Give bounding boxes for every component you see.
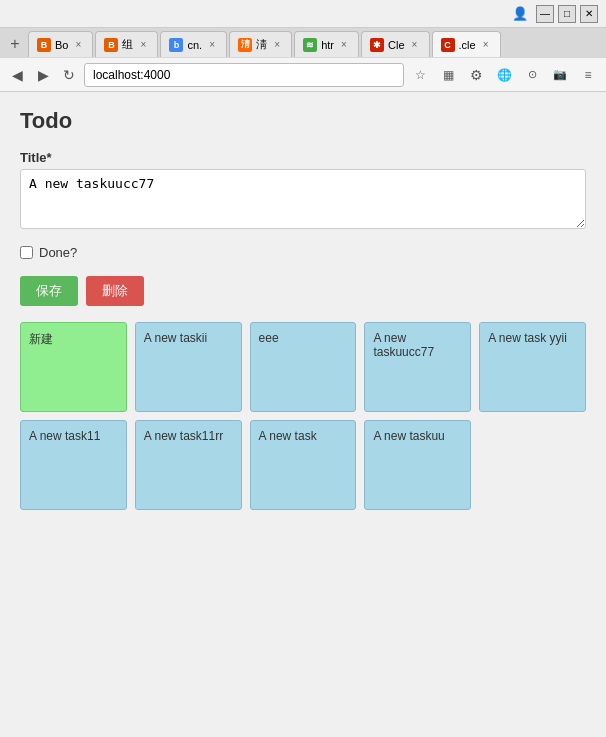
task-card-t4[interactable]: A new task yyii	[479, 322, 586, 412]
tab-bo-label: Bo	[55, 39, 68, 51]
tab-cle-icon: ✱	[370, 38, 384, 52]
task-card-t8[interactable]: A new taskuu	[364, 420, 471, 510]
nav-bar: ◀ ▶ ↻ localhost:4000 ☆ ▦ ⚙ 🌐 ⊙ 📷 ≡	[0, 58, 606, 92]
window-controls: — □ ✕	[536, 5, 598, 23]
back-button[interactable]: ◀	[6, 64, 28, 86]
tab-bo-close[interactable]: ×	[72, 39, 84, 51]
title-form-group: Title*	[20, 150, 586, 233]
refresh-button[interactable]: ↻	[58, 64, 80, 86]
title-input[interactable]	[20, 169, 586, 229]
tab-bo[interactable]: B Bo ×	[28, 31, 93, 57]
tab-bar: + B Bo × B 组 × b cn. × 淸 淸 × ≋ htr × ✱ C…	[0, 28, 606, 58]
page-title: Todo	[20, 108, 586, 134]
done-label: Done?	[39, 245, 77, 260]
task-card-new[interactable]: 新建	[20, 322, 127, 412]
qr-button[interactable]: ▦	[436, 63, 460, 87]
tab-shu[interactable]: 淸 淸 ×	[229, 31, 292, 57]
tab-cle2[interactable]: C .cle ×	[432, 31, 501, 57]
tab-cn-close[interactable]: ×	[206, 39, 218, 51]
done-group: Done?	[20, 245, 586, 260]
minimize-button[interactable]: —	[536, 5, 554, 23]
tab-cn-icon: b	[169, 38, 183, 52]
extension-button[interactable]: ⚙	[464, 63, 488, 87]
address-bar[interactable]: localhost:4000	[84, 63, 404, 87]
tab-cle2-label: .cle	[459, 39, 476, 51]
star-button[interactable]: ☆	[408, 63, 432, 87]
tab-htr-label: htr	[321, 39, 334, 51]
tab-cle2-close[interactable]: ×	[480, 39, 492, 51]
tab-htr-icon: ≋	[303, 38, 317, 52]
tab-cle2-icon: C	[441, 38, 455, 52]
tab-cle[interactable]: ✱ Cle ×	[361, 31, 430, 57]
task-card-t1[interactable]: A new taskii	[135, 322, 242, 412]
user-icon: 👤	[512, 6, 528, 21]
title-bar: 👤 — □ ✕	[0, 0, 606, 28]
tab-zu[interactable]: B 组 ×	[95, 31, 158, 57]
save-button[interactable]: 保存	[20, 276, 78, 306]
new-tab-button[interactable]: +	[4, 33, 26, 55]
tab-zu-close[interactable]: ×	[137, 39, 149, 51]
tab-bo-icon: B	[37, 38, 51, 52]
tasks-grid: 新建A new taskiieeeA new taskuucc77A new t…	[20, 322, 586, 510]
title-label: Title*	[20, 150, 586, 165]
tab-cle-label: Cle	[388, 39, 405, 51]
tab-shu-icon: 淸	[238, 38, 252, 52]
browser-icon: 🌐	[492, 63, 516, 87]
page-content: Todo Title* Done? 保存 删除 新建A new taskiiee…	[0, 92, 606, 737]
close-button[interactable]: ✕	[580, 5, 598, 23]
tab-cn[interactable]: b cn. ×	[160, 31, 227, 57]
tab-htr-close[interactable]: ×	[338, 39, 350, 51]
menu-button[interactable]: ≡	[576, 63, 600, 87]
tab-shu-close[interactable]: ×	[271, 39, 283, 51]
nav-extra1[interactable]: ⊙	[520, 63, 544, 87]
task-card-t2[interactable]: eee	[250, 322, 357, 412]
task-card-t3[interactable]: A new taskuucc77	[364, 322, 471, 412]
tab-cn-label: cn.	[187, 39, 202, 51]
tab-shu-label: 淸	[256, 37, 267, 52]
restore-button[interactable]: □	[558, 5, 576, 23]
task-card-t6[interactable]: A new task11rr	[135, 420, 242, 510]
tab-cle-close[interactable]: ×	[409, 39, 421, 51]
delete-button[interactable]: 删除	[86, 276, 144, 306]
tab-zu-icon: B	[104, 38, 118, 52]
tab-htr[interactable]: ≋ htr ×	[294, 31, 359, 57]
nav-extra2[interactable]: 📷	[548, 63, 572, 87]
task-card-t5[interactable]: A new task11	[20, 420, 127, 510]
address-text: localhost:4000	[93, 68, 170, 82]
tab-zu-label: 组	[122, 37, 133, 52]
button-row: 保存 删除	[20, 276, 586, 306]
task-card-t7[interactable]: A new task	[250, 420, 357, 510]
forward-button[interactable]: ▶	[32, 64, 54, 86]
done-checkbox[interactable]	[20, 246, 33, 259]
